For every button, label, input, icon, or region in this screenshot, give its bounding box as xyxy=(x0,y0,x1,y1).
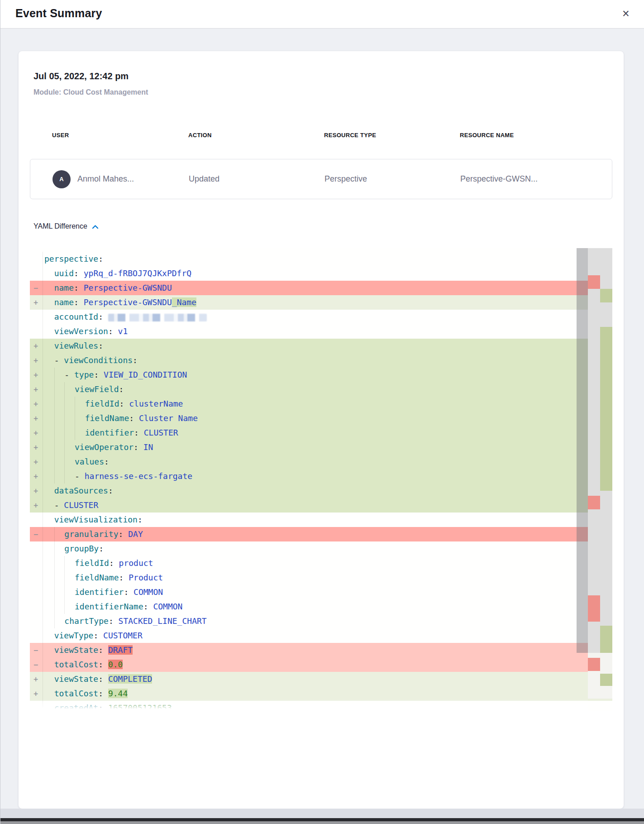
gutter-separator xyxy=(43,556,43,570)
column-resource-name: RESOURCE NAME xyxy=(460,132,612,139)
diff-gutter-marker: + xyxy=(33,411,38,426)
scrollbar-thumb[interactable] xyxy=(577,248,588,653)
gutter-separator xyxy=(43,281,43,295)
yaml-diff-viewer[interactable]: perspective:uuid: ypRq_d-fRBOJ7QJKxPDfrQ… xyxy=(30,248,612,711)
diff-gutter-marker: + xyxy=(33,440,38,455)
close-button[interactable]: × xyxy=(618,5,634,22)
diff-line: viewVisualization: xyxy=(30,513,612,527)
gutter-separator xyxy=(43,643,43,657)
column-resource-type: RESOURCE TYPE xyxy=(324,132,460,139)
chevron-up-icon[interactable] xyxy=(92,225,99,229)
diff-line: +- viewConditions: xyxy=(30,353,612,368)
diff-line: +identifier: CLUSTER xyxy=(30,426,612,440)
gutter-separator xyxy=(43,310,43,324)
diff-line: +name: Perspective-GWSNDU_Name xyxy=(30,295,612,310)
gutter-separator xyxy=(43,614,43,628)
event-module-label: Module: Cloud Cost Management xyxy=(33,88,148,96)
window-bottom-strip xyxy=(0,809,644,818)
gutter-separator xyxy=(43,455,43,469)
page-title: Event Summary xyxy=(0,0,644,20)
diff-line: identifierName: COMMON xyxy=(30,599,612,614)
diff-line: chartType: STACKED_LINE_CHART xyxy=(30,614,612,628)
resource-name-cell: Perspective-GWSN... xyxy=(460,174,612,184)
diff-line: perspective: xyxy=(30,252,612,266)
diff-line: +viewState: COMPLETED xyxy=(30,672,612,686)
minimap-added-marker xyxy=(600,626,612,653)
gutter-separator xyxy=(43,599,43,614)
gutter-separator xyxy=(43,570,43,585)
event-card: Jul 05, 2022, 12:42 pm Module: Cloud Cos… xyxy=(19,51,624,809)
gutter-separator xyxy=(43,498,43,513)
yaml-difference-label: YAML Difference xyxy=(33,222,87,230)
diff-line: −viewState: DRAFT xyxy=(30,643,612,657)
gutter-separator xyxy=(43,266,43,281)
diff-gutter-marker: − xyxy=(33,657,38,672)
diff-line: −granularity: DAY xyxy=(30,527,612,541)
minimap-removed-marker xyxy=(588,275,600,289)
diff-line: +values: xyxy=(30,455,612,469)
diff-line: +fieldId: clusterName xyxy=(30,397,612,411)
diff-line: viewVersion: v1 xyxy=(30,324,612,339)
gutter-separator xyxy=(43,353,43,368)
modal-header: Event Summary × xyxy=(0,0,644,29)
user-cell: A Anmol Mahes... xyxy=(52,170,189,188)
gutter-separator xyxy=(43,657,43,672)
gutter-separator xyxy=(43,469,43,484)
gutter-separator xyxy=(43,411,43,426)
diff-gutter-marker: − xyxy=(33,643,38,657)
gutter-separator xyxy=(43,585,43,599)
resource-type-cell: Perspective xyxy=(324,174,460,184)
action-cell: Updated xyxy=(189,174,324,184)
diff-gutter-marker: − xyxy=(33,281,38,295)
minimap-added-marker xyxy=(600,327,612,491)
minimap-removed-marker xyxy=(588,496,600,509)
minimap-removed-marker xyxy=(588,658,600,671)
diff-line: +dataSources: xyxy=(30,484,612,498)
gutter-separator xyxy=(43,368,43,382)
diff-line: +viewField: xyxy=(30,382,612,397)
diff-minimap xyxy=(588,248,612,699)
diff-gutter-marker: + xyxy=(33,295,38,310)
minimap-added-marker xyxy=(600,289,612,302)
yaml-difference-section-header: YAML Difference xyxy=(33,222,99,230)
gutter-separator xyxy=(43,628,43,643)
diff-line: groupBy: xyxy=(30,541,612,556)
diff-line: −name: Perspective-GWSNDU xyxy=(30,281,612,295)
diff-gutter-marker: + xyxy=(33,353,38,368)
diff-gutter-marker: + xyxy=(33,368,38,382)
diff-line: +viewRules: xyxy=(30,339,612,353)
diff-gutter-marker: + xyxy=(33,397,38,411)
column-action: ACTION xyxy=(188,132,324,139)
diff-gutter-marker: + xyxy=(33,339,38,353)
gutter-separator xyxy=(43,339,43,353)
diff-line: fieldName: Product xyxy=(30,570,612,585)
diff-line: identifier: COMMON xyxy=(30,585,612,599)
column-user: USER xyxy=(52,132,188,139)
diff-gutter-marker: + xyxy=(33,455,38,469)
avatar: A xyxy=(52,170,71,188)
gutter-separator xyxy=(43,324,43,339)
gutter-separator xyxy=(43,527,43,541)
diff-line: +- harness-se-ecs-fargate xyxy=(30,469,612,484)
window-bottom-bar xyxy=(0,818,644,821)
diff-gutter-marker: + xyxy=(33,382,38,397)
audit-table-header: USER ACTION RESOURCE TYPE RESOURCE NAME xyxy=(30,132,612,139)
diff-line: +- type: VIEW_ID_CONDITION xyxy=(30,368,612,382)
event-timestamp: Jul 05, 2022, 12:42 pm xyxy=(33,71,129,81)
diff-line: +fieldName: Cluster Name xyxy=(30,411,612,426)
user-name: Anmol Mahes... xyxy=(77,174,134,184)
diff-line: viewType: CUSTOMER xyxy=(30,628,612,643)
redacted-account-id xyxy=(108,314,207,321)
diff-gutter-marker: + xyxy=(33,469,38,484)
diff-line: uuid: ypRq_d-fRBOJ7QJKxPDfrQ xyxy=(30,266,612,281)
diff-gutter-marker: + xyxy=(33,426,38,440)
gutter-separator xyxy=(43,295,43,310)
diff-code: perspective:uuid: ypRq_d-fRBOJ7QJKxPDfrQ… xyxy=(30,248,612,711)
diff-line: +- CLUSTER xyxy=(30,498,612,513)
audit-table-row: A Anmol Mahes... Updated Perspective Per… xyxy=(30,159,612,199)
gutter-separator xyxy=(43,484,43,498)
diff-gutter-marker: + xyxy=(33,484,38,498)
minimap-removed-marker xyxy=(588,595,600,622)
diff-line: −totalCost: 0.0 xyxy=(30,657,612,672)
gutter-separator xyxy=(43,252,43,266)
